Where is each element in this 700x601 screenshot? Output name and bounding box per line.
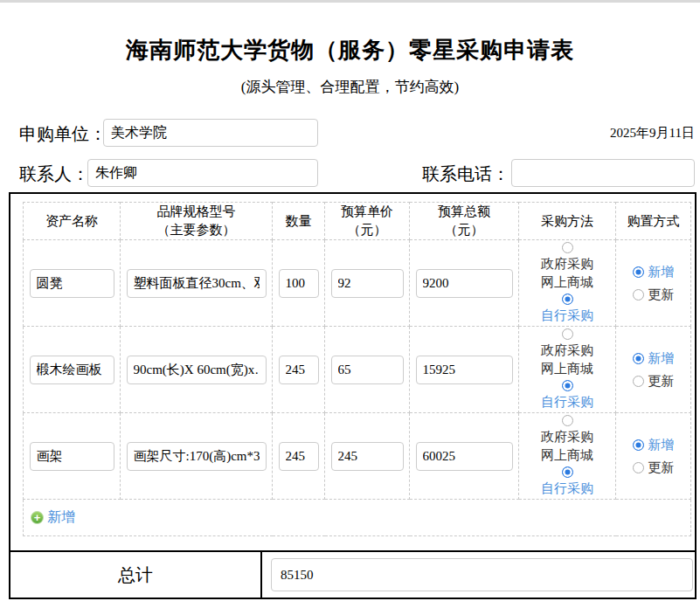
spec-input[interactable] xyxy=(127,356,267,384)
phone-input[interactable] xyxy=(511,159,695,187)
col-header-mode: 购置方式 xyxy=(616,203,691,240)
gov-mall-label: 政府采购网上商城 xyxy=(541,255,593,292)
mode-new-radio[interactable] xyxy=(633,266,644,278)
total-label: 总计 xyxy=(10,552,262,598)
self-procure-radio[interactable] xyxy=(562,294,573,305)
contact-label: 联系人： xyxy=(19,162,89,186)
self-procure-label: 自行采购 xyxy=(541,393,593,411)
mode-new-option[interactable]: 新增 xyxy=(633,264,675,280)
row-total-input[interactable] xyxy=(416,356,513,384)
gov-mall-radio[interactable] xyxy=(562,242,573,253)
col-header-qty: 数量 xyxy=(273,203,325,240)
gov-mall-label: 政府采购网上商城 xyxy=(541,342,593,378)
gov-mall-label: 政府采购网上商城 xyxy=(541,428,593,465)
spec-input[interactable] xyxy=(127,442,267,471)
mode-new-option[interactable]: 新增 xyxy=(633,437,675,453)
total-input[interactable] xyxy=(271,558,693,591)
mode-update-radio[interactable] xyxy=(633,462,644,473)
row-total-input[interactable] xyxy=(416,442,513,471)
col-header-unit-price: 预算单价（元） xyxy=(325,203,410,240)
mode-new-radio[interactable] xyxy=(633,439,644,451)
asset-name-input[interactable] xyxy=(30,269,114,298)
main-table-frame: 资产名称 品牌规格型号（主要参数） 数量 预算单价（元） 预算总额（元） 采购方… xyxy=(9,192,697,599)
total-row: 总计 xyxy=(10,550,695,598)
gov-mall-radio[interactable] xyxy=(562,328,573,340)
page-subtitle: (源头管理、合理配置，节约高效) xyxy=(0,77,700,97)
table-row: 政府采购网上商城 自行采购 新增 更新 xyxy=(24,240,691,327)
date-text: 2025年9月11日 xyxy=(577,125,695,142)
table-row: 政府采购网上商城 自行采购 新增 更新 xyxy=(24,327,691,413)
qty-input[interactable] xyxy=(279,442,319,471)
unit-price-input[interactable] xyxy=(331,269,404,298)
gov-mall-radio[interactable] xyxy=(562,415,573,426)
unit-price-input[interactable] xyxy=(331,442,404,471)
plus-icon: + xyxy=(31,511,44,524)
col-header-spec: 品牌规格型号（主要参数） xyxy=(121,203,273,240)
self-procure-radio[interactable] xyxy=(562,380,573,391)
qty-input[interactable] xyxy=(279,269,319,298)
table-row: 政府采购网上商城 自行采购 新增 更新 xyxy=(24,413,691,500)
items-table: 资产名称 品牌规格型号（主要参数） 数量 预算单价（元） 预算总额（元） 采购方… xyxy=(23,202,691,536)
qty-input[interactable] xyxy=(279,356,319,384)
page-title: 海南师范大学货物（服务）零星采购申请表 xyxy=(0,35,700,66)
mode-update-option[interactable]: 更新 xyxy=(633,459,675,476)
col-header-procurement: 采购方法 xyxy=(519,203,616,240)
top-divider xyxy=(0,0,700,3)
unit-price-input[interactable] xyxy=(331,356,404,384)
self-procure-label: 自行采购 xyxy=(541,307,593,325)
self-procure-label: 自行采购 xyxy=(541,480,593,498)
mode-update-radio[interactable] xyxy=(633,289,644,300)
mode-update-option[interactable]: 更新 xyxy=(633,373,675,390)
row-total-input[interactable] xyxy=(416,269,513,298)
col-header-total: 预算总额（元） xyxy=(410,203,519,240)
mode-new-option[interactable]: 新增 xyxy=(633,350,675,367)
self-procure-radio[interactable] xyxy=(562,466,573,478)
col-header-asset-name: 资产名称 xyxy=(24,203,121,240)
mode-update-option[interactable]: 更新 xyxy=(633,287,675,303)
contact-input[interactable] xyxy=(87,159,318,187)
asset-name-input[interactable] xyxy=(30,356,114,384)
unit-input[interactable] xyxy=(103,119,318,147)
unit-label: 申购单位： xyxy=(19,122,107,146)
phone-label: 联系电话： xyxy=(422,162,509,186)
spec-input[interactable] xyxy=(127,269,267,298)
asset-name-input[interactable] xyxy=(30,442,114,471)
mode-new-radio[interactable] xyxy=(633,353,644,364)
mode-update-radio[interactable] xyxy=(633,376,644,387)
add-row-button[interactable]: + 新增 xyxy=(31,508,75,527)
table-header-row: 资产名称 品牌规格型号（主要参数） 数量 预算单价（元） 预算总额（元） 采购方… xyxy=(24,203,691,240)
